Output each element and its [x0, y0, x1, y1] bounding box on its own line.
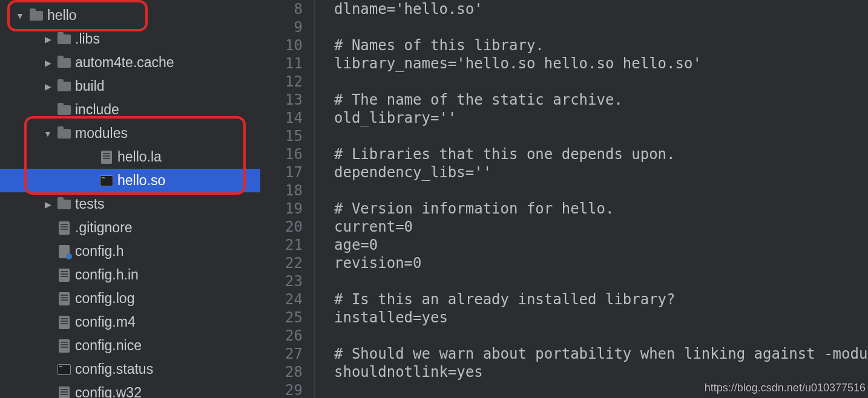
code-line[interactable] — [334, 127, 868, 145]
chevron-right-icon: ▶ — [42, 200, 53, 209]
folder-icon — [57, 197, 71, 212]
tree-item-config-log[interactable]: ▶config.log — [0, 287, 260, 310]
file-icon — [57, 292, 71, 306]
code-line[interactable]: old_library='' — [334, 109, 868, 127]
code-line[interactable]: revision=0 — [334, 254, 868, 272]
file-tree-sidebar[interactable]: ▼ hello ▶.libs▶autom4te.cache▶build▶incl… — [0, 0, 260, 398]
tree-item--libs[interactable]: ▶.libs — [0, 27, 260, 51]
code-line[interactable]: shouldnotlink=yes — [334, 363, 868, 381]
tree-root-hello[interactable]: ▼ hello — [0, 4, 260, 27]
tree-item-config-m4[interactable]: ▶config.m4 — [0, 310, 260, 334]
code-line[interactable]: # Should we warn about portability when … — [334, 345, 868, 363]
tree-item-config-nice[interactable]: ▶config.nice — [0, 334, 260, 357]
line-number: 28 — [260, 363, 303, 381]
line-number: 8 — [260, 0, 303, 18]
line-number: 29 — [260, 381, 303, 398]
tree-item-config-w32[interactable]: ▶config.w32 — [0, 381, 260, 398]
tree-item-label: config.h — [75, 243, 124, 259]
line-number: 27 — [260, 345, 303, 363]
tree-item-label: config.w32 — [75, 385, 142, 398]
binary-file-icon — [99, 174, 114, 188]
code-line[interactable]: dependency_libs='' — [334, 163, 868, 181]
file-icon — [57, 268, 71, 282]
line-number: 18 — [260, 181, 303, 200]
code-line[interactable]: library_names='hello.so hello.so hello.s… — [334, 54, 868, 73]
code-line[interactable] — [334, 181, 868, 200]
tree-item-label: config.log — [75, 290, 134, 307]
code-area[interactable]: dlname='hello.so'# Names of this library… — [315, 0, 868, 398]
tree-item--gitignore[interactable]: ▶.gitignore — [0, 216, 260, 240]
tree-item-label: hello.so — [117, 172, 165, 189]
tree-item-config-h[interactable]: ▶config.h — [0, 240, 260, 263]
tree-item-label: tests — [75, 196, 105, 212]
chevron-down-icon: ▼ — [15, 11, 25, 21]
code-line[interactable] — [334, 73, 868, 91]
watermark-text: https://blog.csdn.net/u010377516 — [705, 382, 866, 394]
folder-icon — [57, 56, 71, 70]
tree-item-include[interactable]: ▶include — [0, 98, 260, 122]
code-line[interactable] — [334, 272, 868, 290]
folder-icon — [29, 8, 44, 23]
tree-item-label: .libs — [75, 31, 100, 47]
file-icon — [57, 386, 71, 399]
line-number: 16 — [260, 145, 303, 163]
code-line[interactable]: installed=yes — [334, 308, 868, 327]
tree-item-label: include — [75, 102, 119, 118]
file-icon — [57, 221, 71, 235]
folder-icon — [57, 103, 71, 117]
code-line[interactable]: # The name of the static archive. — [334, 91, 868, 109]
code-editor[interactable]: 8910111213141516171819202122232425262728… — [260, 0, 868, 398]
code-line[interactable]: # Is this an already installed library? — [334, 290, 868, 308]
code-line[interactable]: dlname='hello.so' — [334, 0, 868, 18]
line-number: 15 — [260, 127, 303, 145]
tree-item-label: hello.la — [117, 149, 162, 165]
code-line[interactable] — [334, 18, 868, 36]
tree-item-label: config.h.in — [75, 267, 139, 283]
folder-icon — [57, 79, 71, 94]
tree-item-label: config.m4 — [75, 314, 136, 330]
chevron-right-icon: ▶ — [42, 82, 53, 91]
line-number: 24 — [260, 290, 303, 308]
code-line[interactable]: current=0 — [334, 218, 868, 236]
binary-file-icon — [57, 362, 71, 377]
line-number: 23 — [260, 272, 303, 290]
file-icon — [99, 150, 114, 165]
tree-item-label: config.nice — [75, 338, 142, 354]
tree-item-tests[interactable]: ▶tests — [0, 192, 260, 216]
code-line[interactable]: # Libraries that this one depends upon. — [334, 145, 868, 163]
tree-item-config-h-in[interactable]: ▶config.h.in — [0, 263, 260, 287]
tree-item-label: autom4te.cache — [75, 54, 174, 71]
tree-item-modules[interactable]: ▼modules — [0, 122, 260, 145]
header-file-icon — [57, 244, 71, 259]
line-number: 17 — [260, 163, 303, 181]
line-number: 20 — [260, 218, 303, 236]
tree-item-label: build — [75, 78, 105, 94]
tree-item-build[interactable]: ▶build — [0, 74, 260, 98]
code-line[interactable]: # Version information for hello. — [334, 200, 868, 218]
tree-item-hello-la[interactable]: ▶hello.la — [0, 145, 260, 169]
tree-item-autom4te-cache[interactable]: ▶autom4te.cache — [0, 51, 260, 74]
line-number: 13 — [260, 91, 303, 109]
code-line[interactable]: age=0 — [334, 236, 868, 254]
folder-icon — [57, 126, 71, 141]
folder-icon — [57, 32, 71, 47]
tree-item-label: modules — [75, 125, 128, 142]
line-number: 9 — [260, 18, 303, 36]
chevron-right-icon: ▶ — [42, 58, 53, 68]
file-icon — [57, 315, 71, 330]
ide-workspace: ▼ hello ▶.libs▶autom4te.cache▶build▶incl… — [0, 0, 868, 398]
line-number: 21 — [260, 236, 303, 254]
tree-item-label: config.status — [75, 361, 153, 377]
chevron-down-icon: ▼ — [42, 129, 53, 139]
line-number: 10 — [260, 36, 303, 54]
line-number-gutter: 8910111213141516171819202122232425262728… — [260, 0, 315, 398]
file-icon — [57, 339, 71, 353]
line-number: 22 — [260, 254, 303, 272]
tree-item-hello-so[interactable]: ▶hello.so — [0, 169, 260, 192]
code-line[interactable]: # Names of this library. — [334, 36, 868, 54]
code-line[interactable] — [334, 327, 868, 345]
tree-item-config-status[interactable]: ▶config.status — [0, 357, 260, 381]
tree-item-label: .gitignore — [75, 220, 133, 236]
line-number: 11 — [260, 54, 303, 73]
tree-root-label: hello — [47, 7, 77, 24]
